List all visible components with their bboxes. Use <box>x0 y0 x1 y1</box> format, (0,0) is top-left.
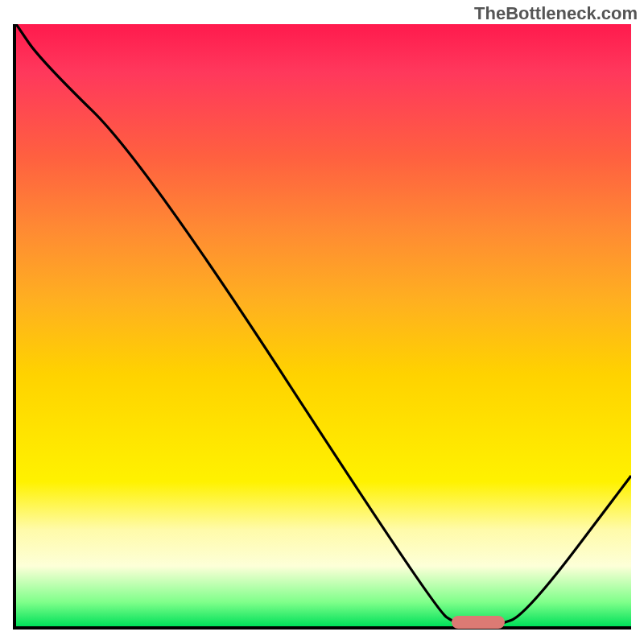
bottleneck-chart: TheBottleneck.com <box>0 0 644 644</box>
data-line-svg <box>16 24 631 626</box>
optimal-range-marker <box>452 616 504 629</box>
curve-path <box>16 24 631 626</box>
watermark-label: TheBottleneck.com <box>474 3 638 24</box>
plot-area <box>13 24 631 630</box>
